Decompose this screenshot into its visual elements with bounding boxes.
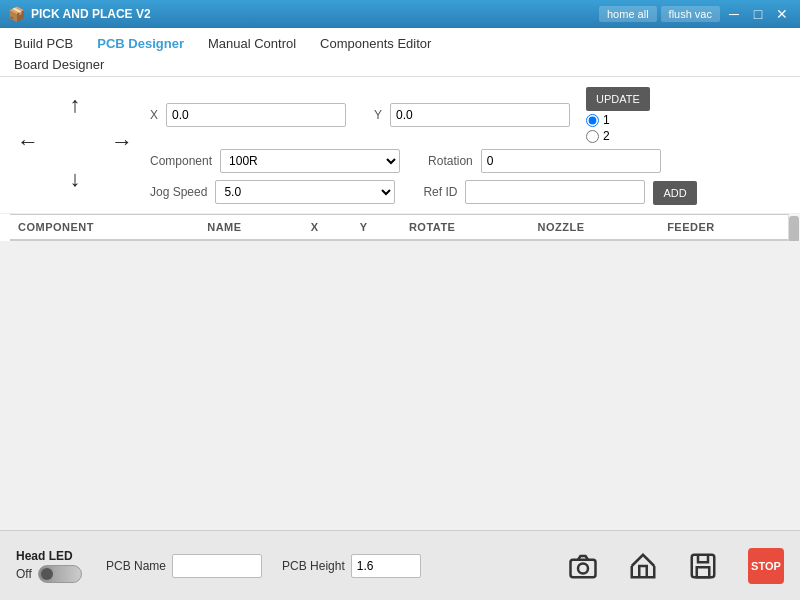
menu-row: Build PCB PCB Designer Manual Control Co… [10,34,790,53]
menu-item-build-pcb[interactable]: Build PCB [10,34,77,53]
pcb-height-section: PCB Height [282,554,421,578]
menu-item-manual-control[interactable]: Manual Control [204,34,300,53]
form-area: X Y UPDATE 1 2 Component 100R 200R [150,87,790,213]
rotation-input[interactable] [481,149,661,173]
home-all-button[interactable]: home all [599,6,657,22]
head-led-section: Head LED Off [16,549,86,583]
led-off-label: Off [16,567,32,581]
led-toggle-dot [41,568,53,580]
camera-button[interactable] [568,551,598,581]
radio-head-2[interactable] [586,130,599,143]
component-label: Component [150,154,212,168]
flush-vac-button[interactable]: flush vac [661,6,720,22]
xy-row: X Y UPDATE 1 2 [150,87,790,143]
radio-row-2: 2 [586,129,650,143]
arrow-left-button[interactable]: ← [10,124,46,160]
led-toggle[interactable] [38,565,82,583]
pcb-height-label: PCB Height [282,559,345,573]
save-button[interactable] [688,551,718,581]
pcb-height-input[interactable] [351,554,421,578]
pcb-name-label: PCB Name [106,559,166,573]
scrollbar-thumb[interactable] [789,216,799,241]
component-rotation-row: Component 100R 200R 10K CAP100 Rotation [150,149,790,173]
update-button[interactable]: UPDATE [586,87,650,111]
components-table: COMPONENT NAME X Y ROTATE NOZZLE FEEDER [10,214,790,241]
close-button[interactable]: ✕ [772,4,792,24]
minimize-button[interactable]: ─ [724,4,744,24]
svg-rect-3 [697,567,710,577]
jog-refid-row: Jog Speed 1.0 2.0 5.0 10.0 Ref ID ADD [150,179,790,205]
table-header-row: COMPONENT NAME X Y ROTATE NOZZLE FEEDER [10,215,790,241]
bottom-icons: STOP [568,548,784,584]
maximize-button[interactable]: □ [748,4,768,24]
component-select[interactable]: 100R 200R 10K CAP100 [220,149,400,173]
titlebar: 📦 PICK AND PLACE V2 home all flush vac ─… [0,0,800,28]
camera-icon [568,551,598,581]
col-feeder: FEEDER [659,215,790,241]
home-button[interactable] [628,551,658,581]
radio-2-label: 2 [603,129,610,143]
arrow-down-button[interactable]: ↓ [57,161,93,197]
home-icon [628,551,658,581]
table-area: COMPONENT NAME X Y ROTATE NOZZLE FEEDER [0,214,800,241]
save-icon [688,551,718,581]
pcb-name-input[interactable] [172,554,262,578]
col-rotate: ROTATE [401,215,530,241]
arrow-up-button[interactable]: ↑ [57,87,93,123]
ref-id-label: Ref ID [423,185,457,199]
update-radio-group: UPDATE 1 2 [586,87,650,143]
y-input[interactable] [390,103,570,127]
jog-speed-label: Jog Speed [150,185,207,199]
scrollbar-track[interactable] [788,214,800,241]
ref-id-input[interactable] [465,180,645,204]
col-x: X [303,215,352,241]
radio-row-1: 1 [586,113,650,127]
app-title: PICK AND PLACE V2 [31,7,599,21]
radio-1-label: 1 [603,113,610,127]
rotation-label: Rotation [428,154,473,168]
app-icon: 📦 [8,6,25,22]
bottom-bar: Head LED Off PCB Name PCB Height [0,530,800,600]
menu-item-pcb-designer[interactable]: PCB Designer [93,34,188,53]
menu-item-components-editor[interactable]: Components Editor [316,34,435,53]
col-name: NAME [199,215,303,241]
page-title: Board Designer [10,55,790,74]
add-button[interactable]: ADD [653,181,696,205]
pcb-name-section: PCB Name [106,554,262,578]
arrow-right-button[interactable]: → [104,124,140,160]
titlebar-controls: home all flush vac ─ □ ✕ [599,4,792,24]
col-nozzle: NOZZLE [530,215,660,241]
svg-point-1 [578,563,588,573]
arrow-pad: ↑ ← → ↓ [10,87,140,197]
jog-speed-select[interactable]: 1.0 2.0 5.0 10.0 [215,180,395,204]
menubar: Build PCB PCB Designer Manual Control Co… [0,28,800,77]
controls-area: ↑ ← → ↓ X Y UPDATE 1 2 [0,77,800,214]
col-component: COMPONENT [10,215,199,241]
radio-head-1[interactable] [586,114,599,127]
x-label: X [150,108,158,122]
col-y: Y [352,215,401,241]
stop-button[interactable]: STOP [748,548,784,584]
x-input[interactable] [166,103,346,127]
y-label: Y [374,108,382,122]
head-led-label: Head LED [16,549,86,563]
led-status-row: Off [16,565,86,583]
